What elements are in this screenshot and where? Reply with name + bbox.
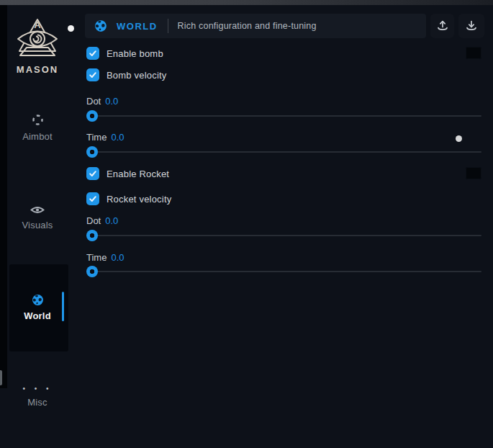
- page-header: WORLD Rich configuration and fine-tuning: [85, 14, 426, 38]
- header-divider: [168, 19, 168, 33]
- slider-label: Dot0.0: [86, 96, 118, 107]
- sidebar-item-label: Misc: [4, 397, 71, 408]
- page-subtitle: Rich configuration and fine-tuning: [178, 21, 317, 31]
- checkbox-label: Bomb velocity: [107, 70, 167, 81]
- page-title: WORLD: [117, 21, 158, 32]
- sidebar-item-misc[interactable]: • • • Misc: [4, 385, 71, 408]
- bomb-time-slider-handle[interactable]: [86, 146, 98, 158]
- brand-name: MASON: [4, 64, 71, 75]
- checkbox-row: Enable bomb: [86, 47, 163, 60]
- slider-label: Dot0.0: [86, 215, 118, 226]
- upload-icon: [435, 19, 450, 33]
- rocket-time-slider-handle[interactable]: [86, 266, 98, 277]
- checkbox-label: Enable Rocket: [107, 169, 169, 179]
- ellipsis-icon: • • •: [4, 385, 71, 393]
- brand-logo: A MASON: [4, 18, 71, 75]
- svg-text:A: A: [34, 19, 41, 30]
- slider-value: 0.0: [105, 96, 118, 107]
- cursor-dot: [68, 25, 74, 32]
- enable-bomb-checkbox[interactable]: [86, 47, 99, 60]
- slider-label: Time0.0: [86, 132, 124, 143]
- sidebar-item-label: Aimbot: [4, 131, 71, 142]
- sidebar-item-aimbot[interactable]: Aimbot: [4, 113, 71, 142]
- check-icon: [89, 194, 97, 203]
- slider-value: 0.0: [111, 252, 124, 263]
- rocket-velocity-checkbox[interactable]: [86, 192, 99, 205]
- slider-value: 0.0: [111, 132, 124, 143]
- app-window: A MASON Aimbot Visuals World • •: [0, 0, 493, 448]
- enable-rocket-checkbox[interactable]: [86, 167, 99, 180]
- enable-rocket-keybind-box[interactable]: [466, 167, 481, 179]
- rocket-dot-slider-track[interactable]: [87, 235, 481, 236]
- left-edge-tick: [0, 370, 2, 385]
- sidebar-item-label: World: [4, 310, 71, 321]
- download-icon: [464, 19, 479, 33]
- window-top-band: [0, 0, 493, 5]
- slider-name: Time: [86, 252, 107, 263]
- sidebar-item-label: Visuals: [4, 220, 71, 230]
- slider-value: 0.0: [105, 215, 118, 226]
- upload-config-button[interactable]: [430, 14, 454, 38]
- sidebar-item-visuals[interactable]: Visuals: [4, 205, 71, 230]
- rocket-time-slider-track[interactable]: [87, 271, 481, 272]
- checkbox-row: Rocket velocity: [86, 192, 171, 205]
- globe-icon: [94, 19, 107, 32]
- checkbox-row: Enable Rocket: [86, 167, 169, 180]
- bomb-dot-slider-track[interactable]: [87, 115, 481, 117]
- check-icon: [89, 169, 97, 178]
- slider-name: Dot: [86, 215, 101, 226]
- check-icon: [89, 49, 97, 58]
- enable-bomb-keybind-box[interactable]: [466, 47, 481, 59]
- check-icon: [89, 71, 97, 79]
- globe-icon: [32, 294, 44, 306]
- rocket-dot-slider-handle[interactable]: [86, 230, 98, 241]
- slider-name: Time: [86, 132, 107, 143]
- sidebar-item-world[interactable]: World: [4, 294, 71, 321]
- crosshair-icon: [31, 113, 45, 127]
- bomb-velocity-checkbox[interactable]: [86, 68, 99, 81]
- bomb-dot-slider-handle[interactable]: [86, 110, 98, 122]
- checkbox-row: Bomb velocity: [86, 68, 167, 81]
- checkbox-label: Rocket velocity: [107, 194, 171, 205]
- slider-name: Dot: [86, 96, 101, 107]
- mason-eye-logo-icon: A: [14, 18, 60, 60]
- eye-icon: [30, 205, 45, 215]
- cursor-dot: [456, 135, 462, 142]
- bomb-time-slider-track[interactable]: [87, 151, 481, 153]
- checkbox-label: Enable bomb: [107, 48, 163, 59]
- slider-label: Time0.0: [86, 252, 124, 263]
- download-config-button[interactable]: [458, 14, 484, 38]
